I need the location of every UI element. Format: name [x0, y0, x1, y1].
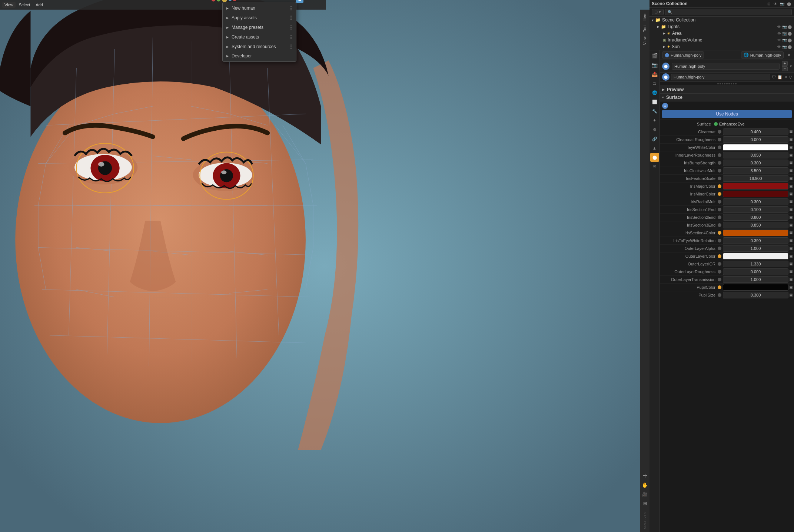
color-swatch-20[interactable]: [723, 284, 788, 291]
number-field-14[interactable]: 0.390: [723, 237, 788, 244]
prop-dot-7[interactable]: [718, 184, 721, 188]
prop-dot-11[interactable]: [718, 215, 721, 219]
number-field-3[interactable]: 0.050: [723, 152, 788, 158]
object-dropdown[interactable]: ⬤ Human.high-poly: [662, 51, 704, 58]
prop-end-dot-18[interactable]: ◆: [790, 270, 793, 273]
prop-dot-21[interactable]: [718, 293, 721, 297]
search-bar[interactable]: 🔍: [665, 9, 792, 15]
prop-end-dot-20[interactable]: ◆: [790, 286, 793, 289]
sun-expand-icon[interactable]: ▶: [663, 45, 665, 48]
prop-dot-3[interactable]: [718, 153, 721, 157]
prop-end-dot-16[interactable]: ◆: [790, 255, 793, 258]
irradiance-eye-icon[interactable]: 👁: [777, 38, 781, 42]
prop-dot-9[interactable]: [718, 200, 721, 204]
prop-end-dot-13[interactable]: ◆: [790, 231, 793, 234]
prop-end-dot-2[interactable]: ◆: [790, 146, 793, 149]
prop-end-dot-9[interactable]: ◆: [790, 200, 793, 203]
menu-item-system-resources[interactable]: ▶ System and resources: [223, 42, 296, 51]
linked-object[interactable]: 🌐 Human.high-poly: [741, 51, 784, 58]
prop-dot-16[interactable]: [718, 254, 721, 258]
close-link-icon[interactable]: ✕: [786, 52, 792, 58]
prop-end-dot-3[interactable]: ◆: [790, 154, 793, 157]
number-field-21[interactable]: 0.300: [723, 292, 788, 298]
prop-dot-2[interactable]: [718, 145, 721, 149]
sun-render-icon[interactable]: ⬤: [788, 45, 792, 49]
lights-eye-icon[interactable]: 👁: [777, 25, 781, 29]
irradiance-row[interactable]: ⊞ IrradianceVolume 👁 📷 ⬤: [650, 37, 794, 43]
menu-item-create-assets[interactable]: ▶ Create assets: [223, 32, 296, 42]
color-swatch-7[interactable]: [723, 183, 788, 190]
prop-dot-8[interactable]: [718, 192, 721, 196]
menu-item-apply-assets[interactable]: ▶ Apply assets: [223, 13, 296, 23]
sun-cam-icon[interactable]: 📷: [782, 45, 787, 49]
props-tab-particles[interactable]: ✦: [650, 116, 659, 125]
area-render-icon[interactable]: ⬤: [788, 31, 792, 36]
render2-icon[interactable]: ⬤: [786, 1, 792, 7]
prop-dot-0[interactable]: [718, 130, 721, 134]
camera2-icon[interactable]: 📷: [779, 1, 785, 7]
lights-collapse-icon[interactable]: ▶: [657, 25, 660, 29]
prop-end-dot-17[interactable]: ◆: [790, 262, 793, 265]
collection-collapse-icon[interactable]: ▾: [652, 18, 654, 22]
color-swatch-8[interactable]: [723, 191, 788, 197]
item-tab[interactable]: Item: [642, 11, 648, 22]
area-eye-icon[interactable]: 👁: [777, 31, 781, 36]
prop-end-dot-14[interactable]: ◆: [790, 239, 793, 242]
props-tab-object[interactable]: ⬜: [650, 97, 659, 106]
prop-end-dot-5[interactable]: ◆: [790, 169, 793, 172]
prop-end-dot-1[interactable]: ◆: [790, 138, 793, 141]
mat-copy-icon[interactable]: 📋: [777, 75, 783, 80]
sun-row[interactable]: ▶ ✦ Sun 👁 📷 ⬤: [650, 43, 794, 50]
area-row[interactable]: ▶ ☀ Area 👁 📷 ⬤: [650, 30, 794, 37]
number-field-18[interactable]: 0.000: [723, 268, 788, 275]
prop-end-dot-15[interactable]: ◆: [790, 247, 793, 250]
add-menu-btn[interactable]: Add: [33, 2, 45, 8]
cursor-icon[interactable]: ✛: [641, 472, 649, 480]
add-material-btn[interactable]: +: [782, 61, 788, 66]
props-tab-scene[interactable]: 🎬: [650, 51, 659, 60]
color-swatch-2[interactable]: [723, 144, 788, 151]
props-tab-render[interactable]: 📷: [650, 60, 659, 69]
number-field-17[interactable]: 1.330: [723, 261, 788, 267]
props-tab-viewlayer[interactable]: 🗂: [650, 79, 659, 88]
prop-dot-14[interactable]: [718, 239, 721, 242]
preview-expand-icon[interactable]: ▶: [662, 88, 665, 91]
tool-tab[interactable]: Tool: [642, 23, 648, 33]
surface-header[interactable]: ▾ Surface: [660, 94, 794, 101]
mat-filter-icon[interactable]: ▽: [789, 75, 792, 80]
color-swatch-13[interactable]: [723, 230, 788, 236]
props-tab-constraints[interactable]: 🔗: [650, 134, 659, 143]
prop-dot-5[interactable]: [718, 169, 721, 173]
number-field-10[interactable]: 0.100: [723, 206, 788, 213]
prop-end-dot-19[interactable]: ◆: [790, 278, 793, 281]
number-field-4[interactable]: 0.300: [723, 160, 788, 166]
view-tab[interactable]: View: [642, 35, 648, 47]
menu-item-developer[interactable]: ▶ Developer: [223, 51, 296, 60]
prop-dot-4[interactable]: [718, 161, 721, 165]
select-menu-btn[interactable]: Select: [17, 2, 33, 8]
camera-icon[interactable]: 🎥: [641, 490, 649, 498]
prop-dot-17[interactable]: [718, 262, 721, 266]
grid-icon[interactable]: ⊞: [641, 499, 649, 508]
irradiance-cam-icon[interactable]: 📷: [782, 38, 787, 42]
prop-dot-1[interactable]: [718, 138, 721, 141]
menu-item-manage-presets[interactable]: ▶ Manage presets: [223, 23, 296, 32]
prop-end-dot-0[interactable]: ◆: [790, 130, 793, 133]
move-icon[interactable]: ✋: [641, 481, 649, 489]
prop-end-dot-8[interactable]: ◆: [790, 193, 793, 195]
prop-end-dot-11[interactable]: ◆: [790, 216, 793, 219]
lights-render-icon[interactable]: ⬤: [788, 25, 792, 29]
prop-end-dot-4[interactable]: ◆: [790, 161, 793, 164]
props-tab-modifier[interactable]: 🔧: [650, 107, 659, 116]
prop-dot-19[interactable]: [718, 278, 721, 281]
number-field-5[interactable]: 3.500: [723, 167, 788, 174]
prop-end-dot-10[interactable]: ◆: [790, 208, 793, 211]
number-field-6[interactable]: 16.900: [723, 175, 788, 182]
number-field-0[interactable]: 0.400: [723, 128, 788, 135]
prop-end-dot-7[interactable]: ◆: [790, 185, 793, 188]
viewport-menu-btn[interactable]: View: [2, 2, 16, 8]
prop-end-dot-12[interactable]: ◆: [790, 224, 793, 227]
area-expand-icon[interactable]: ▶: [663, 31, 665, 35]
number-field-19[interactable]: 1.000: [723, 276, 788, 283]
color-swatch-16[interactable]: [723, 253, 788, 260]
